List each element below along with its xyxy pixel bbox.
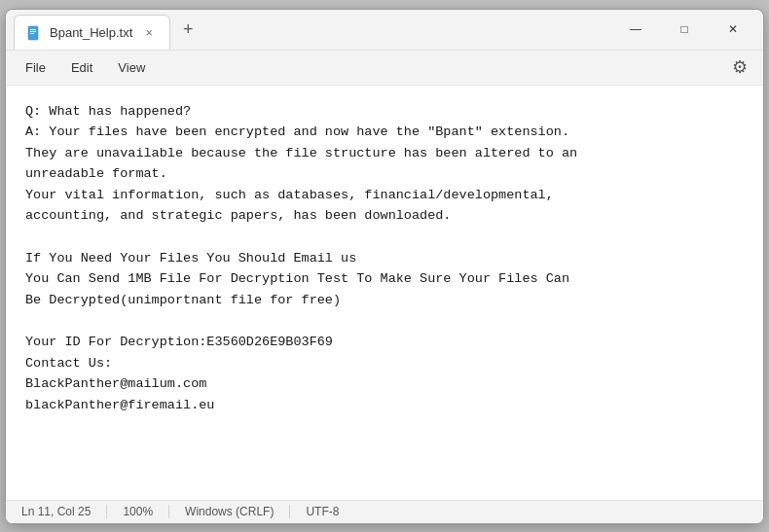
encoding: UTF-8 (290, 505, 354, 518)
svg-rect-3 (30, 33, 34, 34)
file-icon (26, 25, 42, 41)
close-button[interactable]: ✕ (711, 14, 755, 45)
svg-rect-2 (30, 31, 36, 32)
menu-items: File Edit View (14, 56, 157, 79)
minimize-button[interactable]: — (613, 14, 658, 45)
window-controls: — □ ✕ (613, 14, 755, 45)
file-menu[interactable]: File (14, 56, 57, 79)
edit-menu[interactable]: Edit (59, 56, 104, 79)
settings-button[interactable]: ⚙ (724, 52, 755, 83)
tab-close-button[interactable]: × (140, 24, 158, 42)
tab-title: Bpant_Help.txt (50, 25, 132, 40)
notepad-window: Bpant_Help.txt × + — □ ✕ File Edit View … (5, 9, 764, 524)
line-ending: Windows (CRLF) (169, 505, 290, 518)
title-bar-left: Bpant_Help.txt × + (14, 9, 613, 50)
status-bar: Ln 11, Col 25 100% Windows (CRLF) UTF-8 (6, 500, 763, 523)
menu-bar: File Edit View ⚙ (6, 51, 763, 86)
view-menu[interactable]: View (106, 56, 157, 79)
new-tab-button[interactable]: + (174, 16, 201, 43)
cursor-position: Ln 11, Col 25 (18, 505, 107, 518)
text-content[interactable]: Q: What has happened? A: Your files have… (6, 86, 763, 500)
svg-rect-1 (30, 29, 36, 30)
active-tab[interactable]: Bpant_Help.txt × (14, 15, 170, 50)
maximize-button[interactable]: □ (662, 14, 707, 45)
zoom-level: 100% (107, 505, 169, 518)
title-bar: Bpant_Help.txt × + — □ ✕ (6, 10, 763, 51)
